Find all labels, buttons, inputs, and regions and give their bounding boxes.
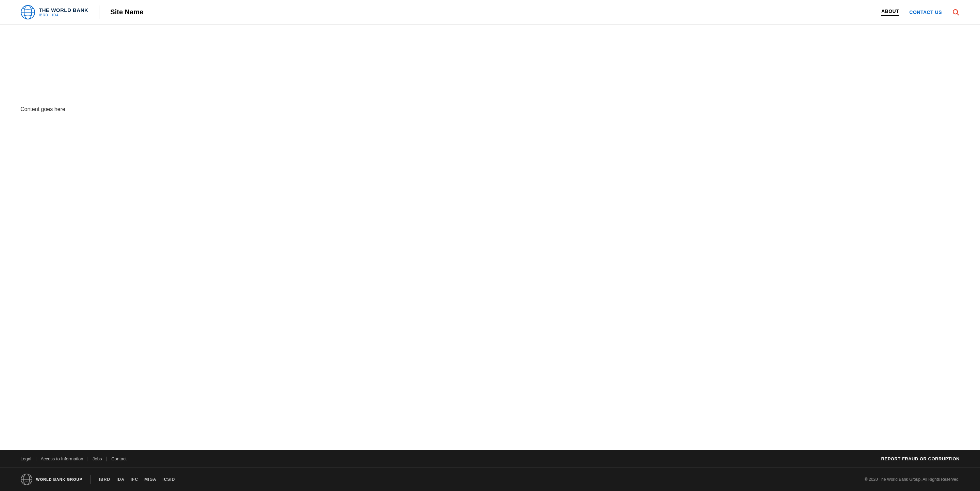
content-placeholder: Content goes here bbox=[21, 106, 959, 112]
footer-entities: IBRDIDAIFCMIGAICSID bbox=[99, 477, 175, 482]
footer-copyright: © 2020 The World Bank Group, All Rights … bbox=[865, 477, 959, 482]
footer-top: Legal|Access to Information|Jobs|Contact… bbox=[0, 450, 980, 468]
nav-about-link[interactable]: ABOUT bbox=[881, 8, 899, 16]
footer-entity-icsid[interactable]: ICSID bbox=[162, 477, 175, 482]
footer-entity-ifc[interactable]: IFC bbox=[130, 477, 138, 482]
footer-link-access-to-information[interactable]: Access to Information bbox=[40, 456, 83, 461]
svg-line-4 bbox=[957, 13, 959, 15]
footer-entity-miga[interactable]: MIGA bbox=[144, 477, 156, 482]
footer-link-contact[interactable]: Contact bbox=[111, 456, 127, 461]
footer-logo-divider bbox=[91, 475, 91, 484]
footer-link-jobs[interactable]: Jobs bbox=[92, 456, 102, 461]
footer-globe-icon bbox=[21, 473, 33, 486]
bank-title: THE WORLD BANK bbox=[39, 7, 88, 13]
world-bank-globe-icon bbox=[21, 5, 35, 20]
search-button[interactable] bbox=[952, 8, 959, 16]
footer-sep: | bbox=[87, 456, 89, 461]
site-footer: Legal|Access to Information|Jobs|Contact… bbox=[0, 450, 980, 491]
footer-entity-ibrd[interactable]: IBRD bbox=[99, 477, 110, 482]
footer-bottom: WORLD BANK GROUP IBRDIDAIFCMIGAICSID © 2… bbox=[0, 468, 980, 491]
bank-name-block: THE WORLD BANK IBRD · IDA bbox=[39, 7, 88, 17]
header-left: THE WORLD BANK IBRD · IDA Site Name bbox=[21, 5, 143, 20]
footer-nav-links: Legal|Access to Information|Jobs|Contact bbox=[21, 456, 127, 461]
bank-subtitle: IBRD · IDA bbox=[39, 13, 88, 17]
main-content: Content goes here bbox=[0, 24, 980, 450]
footer-wbg-name: WORLD BANK GROUP bbox=[36, 477, 82, 481]
report-fraud-link[interactable]: REPORT FRAUD OR CORRUPTION bbox=[881, 456, 959, 461]
search-icon bbox=[952, 8, 959, 16]
footer-logo-area: WORLD BANK GROUP IBRDIDAIFCMIGAICSID bbox=[21, 473, 175, 486]
footer-link-legal[interactable]: Legal bbox=[21, 456, 31, 461]
site-name: Site Name bbox=[110, 8, 143, 16]
footer-sep: | bbox=[35, 456, 37, 461]
header-divider bbox=[99, 5, 99, 19]
footer-sep: | bbox=[106, 456, 108, 461]
logo-area[interactable]: THE WORLD BANK IBRD · IDA bbox=[21, 5, 88, 20]
nav-contact-link[interactable]: CONTACT US bbox=[909, 10, 942, 15]
site-header: THE WORLD BANK IBRD · IDA Site Name ABOU… bbox=[0, 0, 980, 24]
header-right: ABOUT CONTACT US bbox=[881, 8, 959, 16]
footer-entity-ida[interactable]: IDA bbox=[116, 477, 124, 482]
